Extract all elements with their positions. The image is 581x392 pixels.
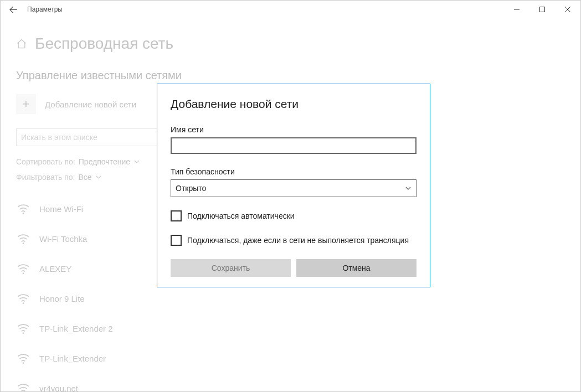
network-name: Honor 9 Lite [39,294,85,303]
svg-point-5 [23,332,24,334]
security-type-select[interactable]: Открыто [171,179,417,197]
security-type-label: Тип безопасности [171,167,417,176]
section-title: Управление известными сетями [16,69,565,82]
add-network-dialog: Добавление новой сети Имя сети Тип безоп… [157,84,430,287]
back-arrow-icon [9,6,18,14]
connect-hidden-label: Подключаться, даже если в сети не выполн… [187,236,409,245]
add-network-label: Добавление новой сети [45,100,136,109]
network-name: Home Wi-Fi [39,204,83,214]
connect-auto-label: Подключаться автоматически [187,212,295,220]
network-item[interactable]: TP-Link_Extender 2 [16,313,565,343]
connect-auto-checkbox[interactable] [171,210,182,221]
minimize-button[interactable] [504,1,529,18]
sort-value: Предпочтение [79,157,130,166]
wifi-icon [16,321,30,336]
home-icon [16,38,27,49]
svg-rect-0 [540,7,545,12]
window-title: Параметры [27,6,63,13]
network-name: TP-Link_Extender [39,354,106,363]
network-name: vr4you.net [39,384,78,393]
network-item[interactable]: TP-Link_Extender [16,343,565,373]
page-title: Беспроводная сеть [35,35,173,53]
plus-icon: + [16,94,36,114]
cancel-button[interactable]: Отмена [296,259,417,277]
network-name-input[interactable] [171,137,417,154]
back-button[interactable] [3,1,24,18]
connect-hidden-checkbox-row[interactable]: Подключаться, даже если в сети не выполн… [171,235,417,246]
svg-point-1 [23,213,24,214]
wifi-icon [16,202,30,216]
dialog-title: Добавление новой сети [171,97,417,111]
svg-point-2 [23,243,24,244]
close-icon [565,7,570,12]
wifi-icon [16,351,30,365]
connect-hidden-checkbox[interactable] [171,235,182,246]
wifi-icon [16,291,30,306]
svg-point-4 [23,302,24,304]
titlebar: Параметры [1,1,580,18]
connect-auto-checkbox-row[interactable]: Подключаться автоматически [171,210,417,221]
maximize-icon [539,7,545,12]
minimize-icon [514,7,520,12]
svg-point-3 [23,272,24,274]
close-button[interactable] [555,1,580,18]
network-name: Wi-Fi Tochka [39,234,87,244]
network-item[interactable]: vr4you.net [16,373,565,392]
network-item[interactable]: Honor 9 Lite [16,283,565,313]
chevron-down-icon [95,174,102,180]
chevron-down-icon [405,185,412,192]
save-button[interactable]: Сохранить [171,259,291,277]
chevron-down-icon [133,158,140,165]
maximize-button[interactable] [529,1,555,18]
filter-label: Фильтровать по: [16,173,75,182]
wifi-icon [16,231,30,246]
sort-label: Сортировать по: [16,157,75,166]
network-name: TP-Link_Extender 2 [39,324,113,333]
filter-value: Все [78,173,91,182]
network-name: ALEXEY [39,264,71,274]
wifi-icon [16,261,30,276]
network-name-label: Имя сети [171,125,417,134]
wifi-icon [16,381,30,392]
security-type-value: Открыто [176,184,206,193]
svg-point-6 [23,362,24,364]
